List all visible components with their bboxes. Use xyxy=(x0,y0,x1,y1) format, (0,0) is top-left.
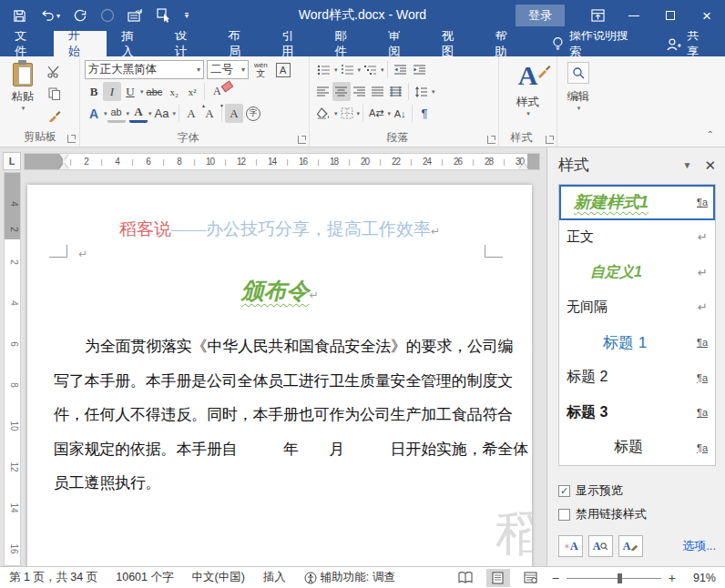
bullets-button[interactable] xyxy=(314,60,333,79)
line-spacing-button[interactable] xyxy=(412,82,431,101)
change-case-button[interactable]: Aa xyxy=(152,104,172,123)
ribbon-tab[interactable]: 文件 xyxy=(0,31,54,56)
tell-me-search[interactable]: 操作说明搜索 xyxy=(539,31,652,56)
numbering-button[interactable] xyxy=(338,60,357,79)
shrink-font-button[interactable]: A xyxy=(200,104,219,123)
styles-gallery-button[interactable]: A 样式 ▾ xyxy=(516,60,539,117)
font-size-select[interactable]: 二号▾ xyxy=(207,60,249,79)
zoom-percentage[interactable]: 91% xyxy=(685,572,716,584)
font-color-button[interactable]: A xyxy=(129,104,148,123)
document-body[interactable]: 为全面贯彻落实《中华人民共和国食品安全法》的要求，公司编写了本手册。本手册是公司… xyxy=(54,329,506,501)
subscript-button[interactable]: x₂ xyxy=(165,82,183,101)
zoom-slider-thumb[interactable] xyxy=(618,573,622,583)
asian-layout-button[interactable]: A⇄ xyxy=(366,104,387,123)
editing-menu-button[interactable]: 编辑 ▾ xyxy=(567,60,590,112)
vertical-ruler[interactable]: 42 246810121416 xyxy=(4,172,21,566)
copy-button[interactable] xyxy=(45,84,64,103)
zoom-in-button[interactable]: + xyxy=(669,571,676,585)
decrease-indent-button[interactable] xyxy=(391,60,410,79)
ribbon-tab[interactable]: 视图 xyxy=(427,31,481,56)
underline-button[interactable]: U xyxy=(121,82,139,101)
page-header[interactable]: 稻客说——办公技巧分享，提高工作效率↵ xyxy=(27,218,532,241)
collapse-ribbon-icon[interactable]: ⌃ xyxy=(707,129,714,139)
styles-dialog-launcher[interactable] xyxy=(546,136,554,144)
close-button[interactable]: × xyxy=(689,0,725,31)
enclose-characters-button[interactable]: 字 xyxy=(243,104,263,123)
accessibility-status[interactable]: 辅助功能: 调查 xyxy=(304,570,395,585)
share-button[interactable]: 共享 xyxy=(652,31,725,56)
minimize-button[interactable] xyxy=(616,0,652,31)
options-link[interactable]: 选项... xyxy=(682,538,716,554)
clear-formatting-button[interactable]: A xyxy=(208,82,226,101)
redo-icon[interactable] xyxy=(73,9,87,23)
web-layout-button[interactable] xyxy=(519,569,543,587)
style-item[interactable]: 正文 ↵ xyxy=(559,220,715,256)
format-painter-button[interactable] xyxy=(45,106,64,125)
phonetic-guide-button[interactable]: wén文 xyxy=(251,60,271,79)
ribbon-tab[interactable]: 插入 xyxy=(107,31,160,56)
borders-button[interactable] xyxy=(338,104,356,123)
status-segment[interactable]: 10601 个字 xyxy=(116,570,173,585)
justify-button[interactable] xyxy=(369,82,387,101)
styles-pane-menu-icon[interactable]: ▼ xyxy=(670,160,705,170)
sort-button[interactable]: A↓ xyxy=(391,104,409,123)
distribute-button[interactable] xyxy=(387,82,405,101)
styles-pane-close-icon[interactable]: ✕ xyxy=(704,157,716,174)
style-item[interactable]: 新建样式1 ¶a xyxy=(559,185,715,220)
print-layout-button[interactable] xyxy=(486,569,510,587)
undo-caret-icon[interactable]: ▾ xyxy=(56,12,60,20)
underline-caret-icon[interactable]: ▾ xyxy=(140,88,144,96)
font-dialog-launcher[interactable] xyxy=(298,136,306,144)
align-right-button[interactable] xyxy=(351,82,369,101)
status-segment[interactable]: 插入 xyxy=(263,570,286,585)
new-style-button[interactable]: ✳A xyxy=(558,535,583,557)
show-hide-marks-button[interactable]: ¶ xyxy=(415,104,434,123)
ribbon-tab[interactable]: 开始 xyxy=(54,31,107,56)
superscript-button[interactable]: x² xyxy=(183,82,201,101)
ribbon-tab[interactable]: 设计 xyxy=(160,31,214,56)
ribbon-tab[interactable]: 引用 xyxy=(267,31,321,56)
undo-icon[interactable]: ▾ xyxy=(39,9,60,23)
style-item[interactable]: 标题 2 ¶a xyxy=(559,360,715,396)
qat-more-icon[interactable]: ▾ xyxy=(185,13,189,18)
hanging-indent-marker[interactable] xyxy=(59,158,68,169)
zoom-out-button[interactable]: − xyxy=(552,571,559,585)
status-segment[interactable]: 中文(中国) xyxy=(191,570,244,585)
style-item[interactable]: 标题 1 ¶a xyxy=(559,325,715,360)
tab-stop-selector[interactable]: L xyxy=(3,152,21,170)
selection-pointer-icon[interactable] xyxy=(157,8,172,23)
increase-indent-button[interactable] xyxy=(410,60,429,79)
zoom-slider[interactable] xyxy=(567,573,661,583)
style-inspector-button[interactable]: A xyxy=(588,535,613,557)
document-page[interactable]: 稻客说——办公技巧分享，提高工作效率↵ ↵ 颁布令↵ 为全面贯彻落实《中华人民共… xyxy=(27,185,532,566)
grow-font-button[interactable]: A xyxy=(182,104,200,123)
style-item[interactable]: 无间隔 ↵ xyxy=(559,290,715,326)
right-indent-marker[interactable] xyxy=(519,158,528,169)
strikethrough-button[interactable]: abc xyxy=(144,82,166,101)
cut-button[interactable] xyxy=(45,62,64,81)
ribbon-display-options-icon[interactable] xyxy=(579,0,616,31)
disable-linked-styles-checkbox[interactable]: 禁用链接样式 xyxy=(558,506,716,522)
character-border-button[interactable]: A xyxy=(273,60,293,79)
style-item[interactable]: 标题 ¶a xyxy=(559,431,715,466)
maximize-button[interactable] xyxy=(652,0,689,31)
horizontal-ruler[interactable]: |2|4|6|8|10|12|14|16|18|20|22|24|26|28|3… xyxy=(24,153,540,170)
italic-button[interactable]: I xyxy=(103,82,121,101)
text-effects-button[interactable]: A xyxy=(85,104,103,123)
manage-styles-button[interactable]: A xyxy=(618,535,643,557)
character-shading-button[interactable]: A xyxy=(225,104,243,123)
status-segment[interactable]: 第 1 页，共 34 页 xyxy=(9,570,97,585)
ribbon-tab[interactable]: 布局 xyxy=(213,31,267,56)
shading-button[interactable] xyxy=(314,104,333,123)
clipboard-dialog-launcher[interactable] xyxy=(67,135,76,143)
font-name-select[interactable]: 方正大黑简体▾ xyxy=(85,60,204,79)
bold-button[interactable]: B xyxy=(85,82,103,101)
save-icon[interactable] xyxy=(13,9,26,23)
paste-button[interactable]: 粘贴 ▾ xyxy=(5,60,41,131)
document-title[interactable]: 颁布令↵ xyxy=(27,276,532,306)
align-left-button[interactable] xyxy=(314,82,332,101)
style-item[interactable]: 标题 3 ¶a xyxy=(559,395,715,431)
ribbon-tab[interactable]: 帮助 xyxy=(480,31,534,56)
style-item[interactable]: 自定义1 ↵ xyxy=(559,255,715,290)
paragraph-dialog-launcher[interactable] xyxy=(487,136,495,144)
